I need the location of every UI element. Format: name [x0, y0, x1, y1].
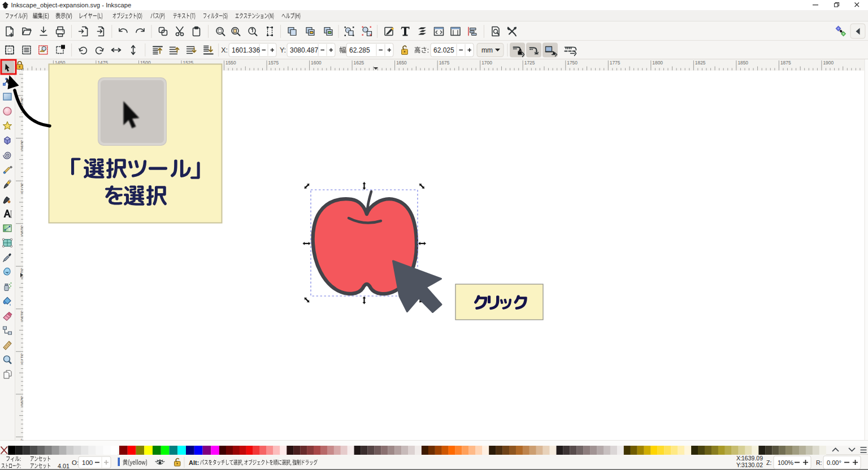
svg-text:1750: 1750 — [567, 60, 578, 66]
svg-text:0.00°: 0.00° — [827, 459, 841, 466]
svg-text:62.285: 62.285 — [349, 46, 370, 54]
svg-text:Y:: Y: — [280, 46, 286, 54]
svg-text:1900: 1900 — [823, 60, 834, 66]
svg-text:1650: 1650 — [396, 60, 407, 66]
svg-text:100%: 100% — [778, 459, 793, 466]
svg-text:3080.487: 3080.487 — [290, 46, 318, 54]
svg-text:Y:: Y: — [736, 462, 741, 468]
svg-text:1700: 1700 — [481, 60, 492, 66]
svg-text:4.01: 4.01 — [58, 463, 70, 469]
svg-text:1625: 1625 — [354, 60, 364, 66]
svg-text:Inkscape_object-expansion.svg: Inkscape_object-expansion.svg - Inkscape — [11, 2, 132, 8]
svg-text:1639.09: 1639.09 — [741, 455, 763, 462]
svg-text:1601.336: 1601.336 — [232, 46, 260, 54]
svg-text:1850: 1850 — [737, 60, 748, 66]
svg-text:1725: 1725 — [524, 60, 535, 66]
svg-text:X:: X: — [221, 46, 228, 54]
svg-text:Z:: Z: — [766, 459, 771, 466]
svg-text:1575: 1575 — [268, 60, 279, 66]
svg-text:62.025: 62.025 — [433, 46, 454, 54]
svg-text:1550: 1550 — [225, 60, 236, 66]
svg-text:1825: 1825 — [695, 60, 706, 66]
svg-text:1675: 1675 — [439, 60, 450, 66]
svg-text:1800: 1800 — [652, 60, 663, 66]
svg-text:1775: 1775 — [610, 60, 620, 66]
svg-text:R:: R: — [816, 459, 822, 466]
svg-text:3130.02: 3130.02 — [741, 462, 763, 468]
svg-text:1875: 1875 — [780, 60, 791, 66]
svg-text:mm: mm — [481, 46, 493, 54]
svg-text:1600: 1600 — [311, 60, 322, 66]
svg-text:100: 100 — [82, 459, 93, 466]
svg-text:Alt:: Alt: — [189, 459, 199, 466]
svg-text:O:: O: — [72, 459, 79, 466]
